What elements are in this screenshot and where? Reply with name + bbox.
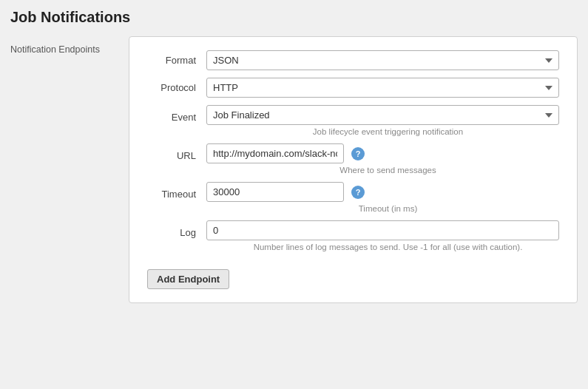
- event-hint: Job lifecycle event triggering notificat…: [147, 127, 559, 136]
- page-container: Job Notifications Notification Endpoints…: [0, 0, 588, 312]
- sidebar: Notification Endpoints: [10, 36, 129, 303]
- protocol-row: Protocol HTTP HTTPS SMTP: [147, 78, 559, 98]
- url-input[interactable]: [206, 143, 344, 163]
- page-title: Job Notifications: [10, 9, 578, 26]
- main-layout: Notification Endpoints Format JSON XML T…: [10, 36, 578, 303]
- format-select[interactable]: JSON XML Text: [206, 50, 559, 70]
- timeout-row-inner: Timeout ?: [147, 182, 559, 202]
- timeout-row-container: Timeout ? Timeout (in ms): [147, 182, 559, 213]
- log-hint: Number lines of log messages to send. Us…: [147, 243, 559, 251]
- event-select[interactable]: Job Finalized Job Started Job Failed Job…: [206, 105, 559, 125]
- protocol-field-wrapper: HTTP HTTPS SMTP: [206, 78, 559, 98]
- timeout-input[interactable]: [206, 182, 344, 202]
- log-input[interactable]: [206, 220, 559, 240]
- event-row-inner: Event Job Finalized Job Started Job Fail…: [147, 105, 559, 125]
- format-field-wrapper: JSON XML Text: [206, 50, 559, 70]
- timeout-hint: Timeout (in ms): [147, 204, 559, 213]
- timeout-help-icon[interactable]: ?: [351, 186, 365, 199]
- event-field-wrapper: Job Finalized Job Started Job Failed Job…: [206, 105, 559, 125]
- log-row-container: Log Number lines of log messages to send…: [147, 220, 559, 251]
- add-endpoint-button[interactable]: Add Endpoint: [147, 269, 229, 289]
- event-label: Event: [147, 107, 206, 123]
- protocol-label: Protocol: [147, 78, 206, 93]
- log-label: Log: [147, 223, 206, 238]
- url-hint: Where to send messages: [147, 166, 559, 175]
- url-help-icon[interactable]: ?: [351, 147, 365, 160]
- sidebar-item-notification-endpoints: Notification Endpoints: [10, 44, 100, 55]
- url-row-inner: URL ?: [147, 143, 559, 163]
- url-label: URL: [147, 146, 206, 161]
- log-field-wrapper: [206, 220, 559, 240]
- timeout-label: Timeout: [147, 184, 206, 200]
- timeout-field-wrapper: ?: [206, 182, 365, 202]
- url-field-wrapper: ?: [206, 143, 365, 163]
- content-panel: Format JSON XML Text Protocol HTTP HTTPS: [129, 36, 578, 303]
- format-row: Format JSON XML Text: [147, 50, 559, 70]
- event-row: Event Job Finalized Job Started Job Fail…: [147, 105, 559, 136]
- url-row-container: URL ? Where to send messages: [147, 143, 559, 175]
- log-row-inner: Log: [147, 220, 559, 240]
- protocol-select[interactable]: HTTP HTTPS SMTP: [206, 78, 559, 98]
- format-label: Format: [147, 50, 206, 66]
